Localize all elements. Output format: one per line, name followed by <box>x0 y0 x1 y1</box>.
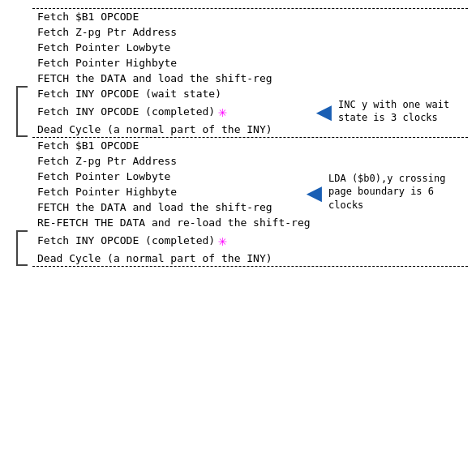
section1-wrapper: Fetch $B1 OPCODE Fetch Z-pg Ptr Address … <box>0 9 476 137</box>
section1-bracketed: Fetch INY OPCODE (wait state) Fetch INY … <box>0 86 476 137</box>
annotation-label: INC y with one wait state is 3 clocks <box>338 98 468 126</box>
list-item: Fetch INY OPCODE (completed) ✳ <box>37 230 466 251</box>
list-item: Fetch Pointer Highbyte ◀ LDA ($b0),y cro… <box>37 184 466 199</box>
main-container: Fetch $B1 OPCODE Fetch Z-pg Ptr Address … <box>0 0 476 275</box>
asterisk-icon: ✳ <box>218 103 227 120</box>
list-item: RE-FETCH THE DATA and re-load the shift-… <box>37 215 466 230</box>
list-item: Fetch $B1 OPCODE <box>37 9 466 24</box>
section1-left-bracket <box>16 86 28 137</box>
fetch-data-row-2: FETCH the DATA and load the shift-reg <box>37 201 272 213</box>
list-item: Dead Cycle (a normal part of the INY) <box>37 251 466 266</box>
section1-rows-nobracket: Fetch $B1 OPCODE Fetch Z-pg Ptr Address … <box>37 9 466 86</box>
row-text: Fetch Pointer Highbyte <box>37 57 177 69</box>
section2-rows-bracketed: Fetch INY OPCODE (completed) ✳ Dead Cycl… <box>37 230 466 266</box>
row-text: Fetch Z-pg Ptr Address <box>37 26 177 38</box>
row-text: Fetch Z-pg Ptr Address <box>37 155 177 167</box>
section2-left-bracket <box>16 230 28 266</box>
section2-wrapper: Fetch $B1 OPCODE Fetch Z-pg Ptr Address … <box>0 138 476 266</box>
row-text: Dead Cycle (a normal part of the INY) <box>37 123 272 135</box>
row-text: Fetch Pointer Highbyte <box>37 186 177 198</box>
fetch-data-row: FETCH the DATA and load the shift-reg <box>37 72 272 84</box>
section2-rows-nobracket: Fetch $B1 OPCODE Fetch Z-pg Ptr Address … <box>37 138 466 230</box>
list-item: Fetch Pointer Lowbyte <box>37 40 466 55</box>
list-item: Fetch Z-pg Ptr Address <box>37 153 466 169</box>
refetch-data-row: RE-FETCH THE DATA and re-load the shift-… <box>37 216 311 229</box>
section1-annotation: ◀ INC y with one wait state is 3 clocks <box>316 98 468 126</box>
list-item: Fetch Pointer Highbyte <box>37 55 466 71</box>
row-text: Dead Cycle (a normal part of the INY) <box>37 252 272 264</box>
row-text: Fetch $B1 OPCODE <box>37 11 139 23</box>
row-text: Fetch INY OPCODE (completed) <box>37 234 215 246</box>
section2-bracketed: Fetch INY OPCODE (completed) ✳ Dead Cycl… <box>0 230 476 266</box>
row-text: Fetch Pointer Lowbyte <box>37 170 170 182</box>
row-text: Fetch $B1 OPCODE <box>37 139 139 152</box>
list-item: Fetch $B1 OPCODE <box>37 138 466 153</box>
bottom-dashed-line <box>32 266 468 267</box>
list-item: FETCH the DATA and load the shift-reg <box>37 71 466 86</box>
list-item: FETCH the DATA and load the shift-reg <box>37 199 466 215</box>
row-text: Fetch INY OPCODE (wait state) <box>37 88 221 100</box>
arrow-icon: ◀ <box>316 99 332 125</box>
list-item: Fetch Z-pg Ptr Address <box>37 24 466 40</box>
asterisk-icon-2: ✳ <box>218 232 227 249</box>
row-text: Fetch Pointer Lowbyte <box>37 41 170 54</box>
row-text: Fetch INY OPCODE (completed) <box>37 105 215 118</box>
